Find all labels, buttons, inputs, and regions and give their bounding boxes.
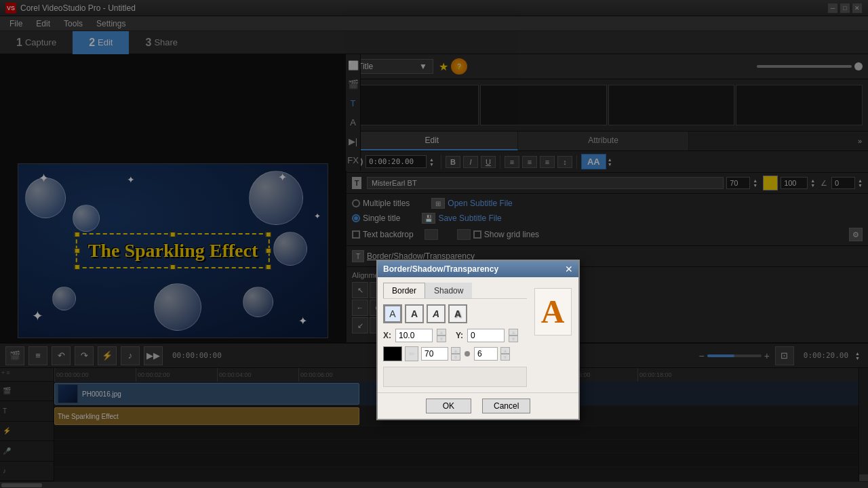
- size-down-dlg[interactable]: ▼: [451, 354, 460, 361]
- y-input[interactable]: [467, 329, 505, 342]
- corner-spinner: ▲ ▼: [500, 347, 510, 361]
- border-size-input[interactable]: [421, 347, 448, 361]
- char-preview-box: A: [534, 288, 572, 336]
- dialog-tab-border[interactable]: Border: [383, 283, 425, 298]
- color-picker-btn[interactable]: ✏: [405, 346, 418, 361]
- dialog-overlay: Border/Shadow/Transparency ✕ Border Shad…: [0, 0, 868, 488]
- preview-char: A: [541, 296, 565, 328]
- dot-separator: [465, 351, 470, 357]
- y-down[interactable]: ▼: [509, 336, 518, 342]
- y-up[interactable]: ▲: [509, 329, 518, 336]
- size-up-dlg[interactable]: ▲: [451, 347, 460, 354]
- dialog-ok-button[interactable]: OK: [426, 399, 471, 413]
- dialog-body: Border Shadow A A A A X: ▲ ▼: [378, 277, 578, 392]
- x-up[interactable]: ▲: [437, 329, 446, 336]
- corner-input[interactable]: [474, 347, 498, 361]
- size-spinner-dlg: ▲ ▼: [451, 347, 460, 361]
- dialog-title: Border/Shadow/Transparency: [383, 264, 498, 274]
- border-style-2[interactable]: A: [405, 304, 424, 323]
- border-style-3[interactable]: A: [427, 304, 446, 323]
- x-input[interactable]: [395, 329, 433, 342]
- color-row: ✏ ▲ ▼ ▲ ▼: [383, 346, 527, 361]
- dialog-right: A: [532, 283, 573, 387]
- dialog-tabs: Border Shadow: [383, 283, 527, 299]
- corner-up[interactable]: ▲: [500, 347, 510, 354]
- corner-down[interactable]: ▼: [500, 354, 510, 361]
- dialog-cancel-button[interactable]: Cancel: [482, 399, 530, 413]
- dialog-footer: OK Cancel: [378, 392, 578, 419]
- border-style-4[interactable]: A: [448, 304, 467, 323]
- xy-inputs-row: X: ▲ ▼ Y: ▲ ▼: [383, 329, 527, 342]
- border-style-row: A A A A: [383, 304, 527, 323]
- dialog-titlebar: Border/Shadow/Transparency ✕: [378, 261, 578, 277]
- x-spinner: ▲ ▼: [437, 329, 446, 342]
- y-spinner: ▲ ▼: [509, 329, 518, 342]
- dialog-left: Border Shadow A A A A X: ▲ ▼: [383, 283, 527, 387]
- border-preview-area: [383, 367, 527, 387]
- dialog-tab-shadow[interactable]: Shadow: [425, 283, 472, 298]
- y-label: Y:: [456, 331, 463, 340]
- border-style-1[interactable]: A: [383, 304, 402, 323]
- x-down[interactable]: ▼: [437, 336, 446, 342]
- x-label: X:: [383, 331, 391, 340]
- dialog-close-button[interactable]: ✕: [565, 264, 573, 274]
- border-color-swatch[interactable]: [383, 346, 402, 361]
- border-shadow-dialog: Border/Shadow/Transparency ✕ Border Shad…: [376, 260, 580, 420]
